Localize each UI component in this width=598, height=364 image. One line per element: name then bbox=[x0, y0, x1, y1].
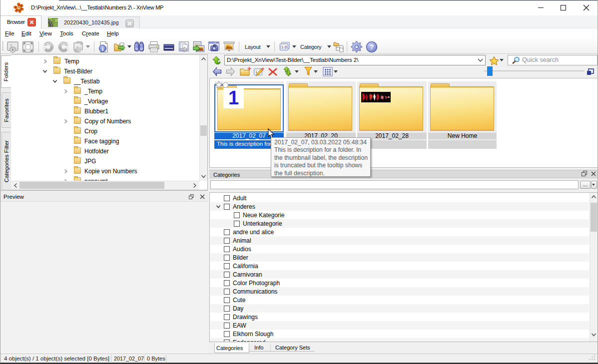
svg-text:1-5: 1-5 bbox=[281, 45, 287, 49]
svg-text:1: 1 bbox=[255, 70, 257, 73]
svg-text:?: ? bbox=[370, 43, 374, 51]
